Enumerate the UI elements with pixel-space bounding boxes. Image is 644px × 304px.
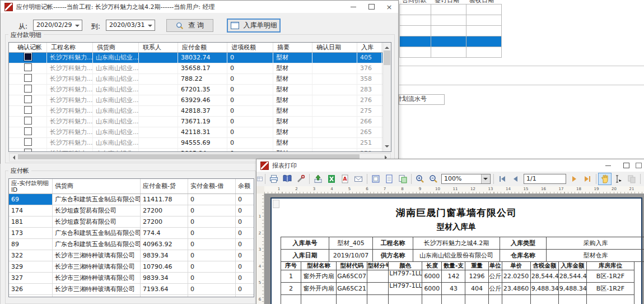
cell: 山东南山铝业... (93, 106, 139, 116)
payable-detail-row[interactable]: 长沙万科魅力...山东南山铝业...35658.170型材376 (9, 63, 383, 74)
copy-icon[interactable] (625, 173, 638, 185)
payable-account-row[interactable]: 69广东合和建筑五金制品有限公司11411.7800 (9, 194, 254, 205)
maximize-button[interactable] (617, 159, 635, 172)
confirm-checkbox[interactable] (24, 106, 32, 114)
payable-account-row[interactable]: 322长沙市三湘特种玻璃有限公司9839.3400 (9, 250, 254, 261)
payable-detail-row[interactable]: 长沙万科魅力...山东南山铝业...42818.370型材275 (9, 106, 383, 117)
column-header[interactable]: 供货商 (53, 179, 141, 194)
payable-account-row[interactable]: 长沙市三湘特种玻璃有限公司 (9, 295, 254, 297)
zoom-level-select[interactable]: 100% (441, 174, 491, 184)
vertical-scrollbar[interactable] (382, 43, 391, 151)
page-icon[interactable] (382, 173, 396, 185)
payable-account-row[interactable]: 327长沙市三湘特种玻璃有限公司9839.3400 (9, 273, 254, 284)
payable-account-row[interactable]: 174长沙坦森贸易有限公司2720000 (9, 205, 254, 217)
column-header[interactable]: 联系人 (139, 43, 178, 52)
payable-account-row[interactable]: 326长沙市三湘特种玻璃有限公司7193.6400 (9, 284, 254, 295)
column-header[interactable]: 确认日期 (312, 43, 357, 52)
column-header[interactable]: 供货商 (93, 43, 139, 52)
nav-next-icon[interactable] (567, 173, 581, 185)
nav-last-icon[interactable] (581, 173, 594, 185)
zoom-in-icon[interactable] (413, 173, 427, 185)
page-number-input[interactable]: 1/1 (524, 174, 566, 184)
payable-detail-row[interactable]: 长沙万科魅力...山东南山铝业...788.220型材358 (9, 74, 383, 85)
plan-serial-field[interactable]: 计划流水号 (399, 94, 445, 105)
scrollbar-thumb[interactable] (384, 50, 390, 65)
column-header[interactable]: 应-实付款明细ID (9, 179, 53, 194)
payable-detail-row[interactable]: 长沙万科魅力...山东南山铝业...3895.840型材250 (9, 149, 383, 152)
column-header[interactable]: 工程名称 (47, 43, 93, 52)
table-header-row[interactable]: 应-实付款明细ID供货商应付金额-贷实付金额-借余额 (9, 179, 254, 194)
minimize-button[interactable] (599, 159, 617, 172)
hand-icon[interactable] (598, 173, 612, 185)
column-header[interactable]: 应付金额-贷 (141, 179, 188, 194)
maximize-button[interactable] (362, 1, 380, 13)
chevron-down-icon[interactable] (148, 25, 152, 29)
nav-prev-icon[interactable] (509, 173, 522, 185)
close-button[interactable]: × (380, 1, 398, 13)
confirm-checkbox[interactable] (24, 127, 32, 135)
text-select-icon[interactable] (612, 173, 625, 185)
preview-area[interactable]: 123456 湖南巨晟门窗幕墙有限公司 型材入库单 入库单号型材_405工程名称… (256, 194, 644, 304)
excel-icon[interactable] (325, 173, 338, 185)
scroll-left-icon[interactable] (11, 155, 15, 160)
titlebar[interactable]: 报表打印 (256, 159, 644, 172)
payable-account-row[interactable]: 89广东合和建筑五金制品有限公司40963.9200 (9, 239, 254, 250)
payable-detail-row[interactable]: 长沙万科魅力...山东南山铝业...94555.690型材251 (9, 138, 383, 149)
chevron-down-icon[interactable] (481, 174, 490, 183)
confirm-checkbox[interactable] (24, 95, 32, 103)
bg-table-row[interactable] (400, 26, 502, 36)
zoom-out-icon[interactable] (427, 173, 440, 185)
confirm-checkbox[interactable] (24, 138, 32, 146)
confirm-checkbox[interactable] (24, 74, 32, 82)
close-button[interactable] (635, 159, 642, 172)
pdf-icon[interactable]: A (338, 173, 352, 185)
chevron-down-icon[interactable] (75, 25, 80, 29)
payable-detail-row[interactable]: 长沙万科魅力...山东南山铝业...63929.460型材276 (9, 95, 383, 106)
confirm-checkbox[interactable] (24, 85, 32, 93)
bg-table-row[interactable] (400, 36, 502, 47)
page-setup-icon[interactable] (369, 173, 382, 185)
payable-detail-row[interactable]: 长沙万科魅力...山东南山铝业...73671.190型材266 (9, 117, 383, 127)
column-header[interactable]: 摘要 (273, 43, 312, 52)
confirm-cell (9, 149, 47, 152)
payable-account-row[interactable]: 181长沙坦森贸易有限公司2720000 (9, 217, 254, 228)
bg-table-row[interactable] (400, 15, 502, 26)
column-header[interactable]: 确认记帐 (9, 43, 47, 52)
tools-icon[interactable] (294, 173, 307, 185)
confirm-cell (9, 95, 47, 105)
cell: 376 (357, 63, 382, 73)
to-date-select[interactable]: 2020/03/31 (106, 20, 155, 31)
table-header-row[interactable]: 确认记帐工程名称供货商联系人应付金额进项税额摘要确认日期入库 (9, 43, 383, 53)
payable-account-row[interactable]: 173广东合和建筑五金制品有限公司774.400 (9, 228, 254, 239)
query-button[interactable]: 查 询 (166, 19, 213, 32)
column-header[interactable]: 实付金额-借 (188, 179, 236, 194)
from-date-select[interactable]: 2020/02/29 (33, 20, 82, 31)
mail-icon[interactable] (352, 173, 365, 185)
titlebar[interactable]: 应付明细记帐------当前工程: 长沙万科魅力之城4.2期------当前用户… (1, 1, 398, 13)
printer-icon[interactable] (267, 173, 281, 185)
payable-detail-row[interactable]: 长沙万科魅力...山东南山铝业...67201.350型材283 (9, 85, 383, 95)
confirm-checkbox[interactable] (24, 117, 32, 125)
scroll-up-icon[interactable] (385, 44, 389, 49)
export-icon[interactable] (311, 173, 325, 185)
grid-half-icon[interactable] (256, 173, 263, 185)
inbound-detail-button[interactable]: 入库单明细 (227, 19, 281, 33)
minimize-button[interactable] (344, 1, 362, 13)
confirm-checkbox[interactable] (24, 63, 32, 71)
column-header[interactable]: 余额 (236, 179, 254, 194)
column-header[interactable]: 进项税额 (227, 43, 273, 52)
payable-detail-row[interactable]: 长沙万科魅力...山东南山铝业...38032.740型材405 (9, 53, 383, 63)
bg-table-row[interactable] (400, 47, 502, 58)
column-header[interactable]: 入库 (357, 43, 382, 52)
bg-table-row[interactable] (400, 4, 502, 15)
scroll-down-icon[interactable] (385, 145, 389, 150)
payable-detail-row[interactable]: 长沙万科魅力...山东南山铝业...42118.310型材265 (9, 127, 383, 138)
confirm-checkbox[interactable] (24, 149, 32, 152)
payable-account-row[interactable]: 329长沙市三湘特种玻璃有限公司10790.4600 (9, 261, 254, 273)
cell (139, 53, 178, 63)
nav-first-icon[interactable] (496, 173, 509, 185)
confirm-checkbox[interactable] (24, 53, 32, 61)
book-icon[interactable] (281, 173, 294, 185)
pages-add-icon[interactable] (396, 173, 409, 185)
column-header[interactable]: 应付金额 (178, 43, 227, 52)
